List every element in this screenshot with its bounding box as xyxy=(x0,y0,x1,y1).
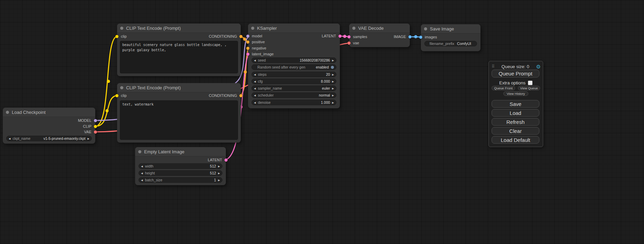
sampler-name-widget[interactable]: ◀ sampler_name euler ▶ xyxy=(252,85,336,91)
denoise-widget[interactable]: ◀ denoise 1.000 ▶ xyxy=(252,100,336,105)
input-positive[interactable]: positive xyxy=(246,40,265,44)
batch-size-widget[interactable]: ◀ batch_size 1 ▶ xyxy=(139,177,222,183)
widget-label: height xyxy=(145,171,155,175)
ckpt-name-widget[interactable]: ◀ ckpt_name v1-5-pruned-emaonly.ckpt ▶ xyxy=(6,136,92,141)
conditioning-port-dot[interactable] xyxy=(246,47,249,50)
conditioning-port-dot[interactable] xyxy=(239,94,242,97)
node-save-image[interactable]: Save Image images filename_prefix ComfyU… xyxy=(421,24,480,51)
clip-port-dot[interactable] xyxy=(115,94,118,97)
scheduler-widget[interactable]: ◀ scheduler normal ▶ xyxy=(252,92,336,98)
output-clip[interactable]: CLIP xyxy=(83,124,97,128)
increment-arrow-icon[interactable]: ▶ xyxy=(332,94,334,97)
node-ksampler[interactable]: KSampler model positive negative latent_… xyxy=(248,24,340,108)
model-port-dot[interactable] xyxy=(94,119,97,122)
save-button[interactable]: Save xyxy=(492,100,539,108)
increment-arrow-icon[interactable]: ▶ xyxy=(332,87,334,90)
output-latent[interactable]: LATENT xyxy=(208,158,228,162)
model-port-dot[interactable] xyxy=(246,35,249,38)
load-default-button[interactable]: Load Default xyxy=(492,136,539,144)
input-model[interactable]: model xyxy=(246,34,262,38)
random-seed-toggle-widget[interactable]: Random seed after every gen enabled xyxy=(252,64,336,70)
vae-port-dot[interactable] xyxy=(94,130,97,134)
width-widget[interactable]: ◀ width 512 ▶ xyxy=(139,163,222,169)
queue-prompt-button[interactable]: Queue Prompt xyxy=(492,70,539,78)
conditioning-port-dot[interactable] xyxy=(246,40,249,44)
output-model[interactable]: MODEL xyxy=(78,118,97,123)
decrement-arrow-icon[interactable]: ◀ xyxy=(254,59,256,62)
node-title-bar[interactable]: KSampler xyxy=(248,24,340,33)
image-port-dot[interactable] xyxy=(419,36,422,39)
queue-menu-panel[interactable]: ⠿ Queue size: 0 ⚙ Queue Prompt Extra opt… xyxy=(488,61,543,147)
node-title-bar[interactable]: Save Image xyxy=(421,24,480,34)
filename-prefix-widget[interactable]: filename_prefix ComfyUI xyxy=(424,41,477,46)
increment-arrow-icon[interactable]: ▶ xyxy=(218,172,220,174)
view-queue-button[interactable]: View Queue xyxy=(518,86,540,90)
clip-port-dot[interactable] xyxy=(115,35,118,38)
increment-arrow-icon[interactable]: ▶ xyxy=(332,80,334,83)
increment-arrow-icon[interactable]: ▶ xyxy=(88,137,89,140)
latent-port-dot[interactable] xyxy=(224,159,228,162)
extra-options-checkbox[interactable] xyxy=(528,81,532,85)
input-vae[interactable]: vae xyxy=(347,41,359,45)
queue-front-button[interactable]: Queue Front xyxy=(492,86,515,90)
seed-widget[interactable]: ◀ seed 156680208700286 ▶ xyxy=(252,57,336,63)
latent-port-dot[interactable] xyxy=(246,53,249,56)
decrement-arrow-icon[interactable]: ◀ xyxy=(141,172,143,174)
node-title-bar[interactable]: Empty Latent Image xyxy=(135,147,226,156)
load-button[interactable]: Load xyxy=(492,109,539,117)
increment-arrow-icon[interactable]: ▶ xyxy=(332,59,334,62)
node-clip-text-encode-positive[interactable]: CLIP Text Encode (Prompt) clip CONDITION… xyxy=(117,24,241,76)
refresh-button[interactable]: Refresh xyxy=(492,118,539,126)
clip-port-dot[interactable] xyxy=(94,125,97,128)
input-latent-image[interactable]: latent_image xyxy=(246,52,274,56)
input-clip[interactable]: clip xyxy=(115,34,127,38)
output-vae[interactable]: VAE xyxy=(84,130,97,134)
widget-label: cfg xyxy=(258,79,263,83)
link-midpoint-dot xyxy=(414,35,417,38)
node-title-bar[interactable]: Load Checkpoint xyxy=(3,108,95,117)
decrement-arrow-icon[interactable]: ◀ xyxy=(141,179,143,181)
negative-prompt-textarea[interactable]: text, watermark xyxy=(120,100,238,140)
increment-arrow-icon[interactable]: ▶ xyxy=(218,165,220,168)
decrement-arrow-icon[interactable]: ◀ xyxy=(254,94,256,97)
input-samples[interactable]: samples xyxy=(347,35,367,39)
decrement-arrow-icon[interactable]: ◀ xyxy=(254,87,256,90)
node-empty-latent-image[interactable]: Empty Latent Image LATENT ◀ width 512 ▶ … xyxy=(135,147,226,185)
input-negative[interactable]: negative xyxy=(246,46,266,50)
view-history-button[interactable]: View History xyxy=(503,91,528,96)
input-images[interactable]: images xyxy=(419,35,437,39)
vae-port-dot[interactable] xyxy=(347,42,351,45)
decrement-arrow-icon[interactable]: ◀ xyxy=(254,80,256,83)
node-vae-decode[interactable]: VAE Decode samples vae IMAGE xyxy=(349,24,410,47)
toggle-dot-icon[interactable] xyxy=(331,66,334,69)
input-clip[interactable]: clip xyxy=(115,93,127,98)
output-conditioning[interactable]: CONDITIONING xyxy=(209,34,242,38)
positive-prompt-textarea[interactable]: beautiful scenery nature glass bottle la… xyxy=(120,41,238,73)
decrement-arrow-icon[interactable]: ◀ xyxy=(254,101,256,104)
latent-port-dot[interactable] xyxy=(347,35,351,38)
output-latent[interactable]: LATENT xyxy=(322,34,342,38)
increment-arrow-icon[interactable]: ▶ xyxy=(332,73,334,76)
node-clip-text-encode-negative[interactable]: CLIP Text Encode (Prompt) clip CONDITION… xyxy=(117,83,241,143)
drag-handle-icon[interactable]: ⠿ xyxy=(492,64,495,69)
output-conditioning[interactable]: CONDITIONING xyxy=(209,93,242,98)
decrement-arrow-icon[interactable]: ◀ xyxy=(254,73,256,76)
node-load-checkpoint[interactable]: Load Checkpoint MODEL CLIP VAE ◀ ckpt_na… xyxy=(3,108,95,144)
settings-gear-icon[interactable]: ⚙ xyxy=(536,64,541,69)
comfyui-canvas[interactable]: { "icons": { "arrow_left": "◀", "arrow_r… xyxy=(0,0,644,244)
conditioning-port-dot[interactable] xyxy=(239,35,242,38)
decrement-arrow-icon[interactable]: ◀ xyxy=(141,165,143,168)
decrement-arrow-icon[interactable]: ◀ xyxy=(9,137,10,140)
steps-widget[interactable]: ◀ steps 20 ▶ xyxy=(252,72,336,77)
cfg-widget[interactable]: ◀ cfg 8.000 ▶ xyxy=(252,79,336,84)
clear-button[interactable]: Clear xyxy=(492,127,539,135)
height-widget[interactable]: ◀ height 512 ▶ xyxy=(139,170,222,176)
increment-arrow-icon[interactable]: ▶ xyxy=(218,179,220,181)
latent-port-dot[interactable] xyxy=(338,35,342,38)
output-image[interactable]: IMAGE xyxy=(394,35,412,39)
increment-arrow-icon[interactable]: ▶ xyxy=(332,101,334,104)
node-title-bar[interactable]: CLIP Text Encode (Prompt) xyxy=(117,83,241,92)
node-title-bar[interactable]: VAE Decode xyxy=(349,24,410,33)
image-port-dot[interactable] xyxy=(408,35,412,38)
node-title-bar[interactable]: CLIP Text Encode (Prompt) xyxy=(117,24,241,33)
